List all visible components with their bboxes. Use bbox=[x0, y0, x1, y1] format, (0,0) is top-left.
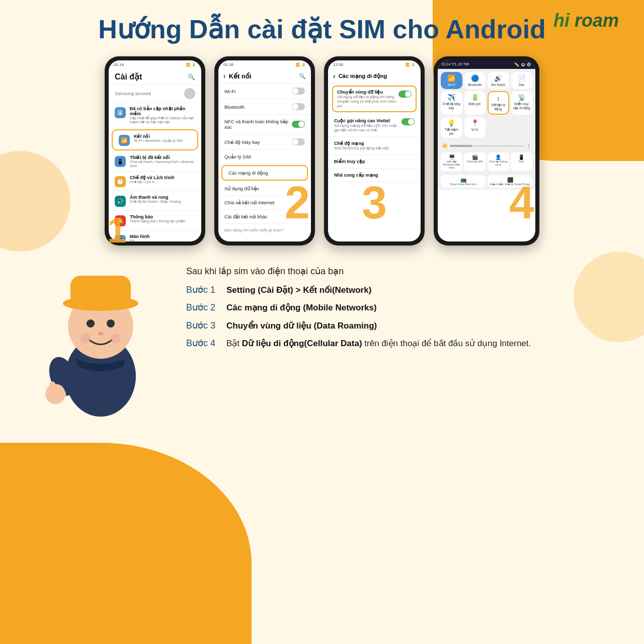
search-icon[interactable]: 🔍 bbox=[188, 73, 195, 80]
battery-quick-tile[interactable]: 🔋 Điên pin bbox=[464, 91, 486, 115]
phone-1: 01:14 📶🔋 Cài đặt 🔍 Samsung account ⬇️ bbox=[105, 56, 205, 246]
share-label: Chia sẻ Không có ai bbox=[489, 160, 508, 166]
brightness-bar[interactable] bbox=[450, 145, 524, 147]
cuoc-goi-item[interactable]: Cuộc gọi nâng cao Viettel Sử dụng mạng d… bbox=[328, 114, 421, 137]
step-row-4: Bước 4 Bật Dữ liệu di động(Cellular Data… bbox=[186, 337, 614, 350]
chuyen-vung-sub: Sử dụng dữ liệu di động khi đang chuyển … bbox=[337, 95, 398, 108]
thiet-bi-item[interactable]: 📱 Thiết bị đã kết nối Chia sẻ nhanh • Sa… bbox=[109, 151, 201, 172]
step-3-content: Chuyển vùng dữ liệu (Data Roaming) bbox=[226, 320, 614, 332]
che-do-icon: 🕐 bbox=[115, 176, 126, 187]
phones-row: 01:14 📶🔋 Cài đặt 🔍 Samsung account ⬇️ bbox=[20, 56, 624, 246]
hotspot-quick-tile[interactable]: 📡 Điểm truy cập di động bbox=[511, 91, 533, 115]
more-icon[interactable]: ⋮ bbox=[526, 143, 531, 148]
cuoc-goi-title: Cuộc gọi nâng cao Viettel bbox=[334, 118, 401, 123]
chia-se-ket-noi-label: Chia sẻ kết nối internet bbox=[224, 200, 274, 205]
phone-1-time: 01:14 bbox=[114, 62, 124, 67]
cac-mang-screen-title: Các mạng di động bbox=[339, 73, 387, 79]
airplane-item[interactable]: Chế độ Máy bay bbox=[218, 134, 311, 150]
bluetooth-quick-icon: 🔵 bbox=[466, 74, 485, 82]
software-title: Đã có bản cập nhật phần mềm bbox=[130, 106, 195, 116]
man-hinh-text: Màn hình Độ... bbox=[130, 234, 195, 242]
ket-noi-screen-title: Kết nối bbox=[229, 72, 252, 80]
dex-icon: 📱 bbox=[512, 154, 531, 160]
ket-noi-icon: 📶 bbox=[119, 135, 130, 146]
doc-quick-tile[interactable]: 📄 Doc bbox=[511, 72, 533, 89]
wifi-quick-tile[interactable]: 📶 Wi-Fi bbox=[441, 72, 462, 89]
nha-cung-cap-title: Nhà cung cấp mạng bbox=[334, 173, 415, 178]
airplane-label: Chế độ Máy bay bbox=[224, 139, 260, 145]
screen-record-tile[interactable]: 🎬 Trình ghi MH bbox=[464, 152, 486, 171]
quick-bottom-tiles: 🖥️ Liên kết Windows Màn hình 🎬 Trình ghi… bbox=[438, 150, 535, 173]
bluetooth-item[interactable]: Bluetooth bbox=[218, 99, 311, 115]
phone-2-time: 01:16 bbox=[223, 62, 233, 67]
step-1-label: Bước 1 bbox=[186, 284, 226, 296]
quan-ly-sim-label: Quản lý SIM bbox=[224, 154, 251, 159]
am-thanh-title: Âm thanh và rung bbox=[130, 195, 195, 200]
cuoc-goi-row: Cuộc gọi nâng cao Viettel Sử dụng mạng d… bbox=[334, 118, 415, 132]
step-3-number: 3 bbox=[362, 180, 387, 225]
ket-noi-item[interactable]: 📶 Kết nối Wi-Fi • Bluetooth • Quản lý SI… bbox=[112, 129, 198, 150]
man-hinh-title: Màn hình bbox=[130, 234, 195, 239]
sound-quick-tile[interactable]: 🔊 Âm thanh bbox=[488, 72, 509, 89]
windows-link-tile[interactable]: 🖥️ Liên kết Windows Màn hình bbox=[441, 152, 462, 171]
steps-area: Sau khi lắp sim vào điện thoại của bạn B… bbox=[186, 261, 614, 355]
brand-hi: hi bbox=[553, 10, 570, 31]
quick-status-icons: ✏️ ⏻ ⚙️ bbox=[514, 62, 531, 67]
thiet-bi-title: Thiết bị đã kết nối bbox=[130, 155, 195, 160]
phone-4: 01:14 T.5, 20 Th6 ✏️ ⏻ ⚙️ 📶 Wi-Fi 🔵 bbox=[434, 56, 539, 246]
windows-link-label: Liên kết Windows Màn hình bbox=[443, 160, 460, 169]
phone-1-status: 01:14 📶🔋 bbox=[109, 60, 201, 69]
step-1-content: Setting (Cài Đặt) > Kết nối(Network) bbox=[226, 284, 614, 296]
dex-tile[interactable]: 📱 DeX bbox=[511, 152, 532, 171]
quick-status-bar: 01:14 T.5, 20 Th6 ✏️ ⏻ ⚙️ bbox=[438, 60, 535, 69]
software-update-item[interactable]: ⬇️ Đã có bản cập nhật phần mềm Cập nhật … bbox=[109, 103, 201, 128]
diem-truy-cap-item[interactable]: Điểm truy cập bbox=[328, 155, 421, 169]
che-do-item[interactable]: 🕐 Chế độ và Lịch trình Chế độ • Lịch tr.… bbox=[109, 172, 201, 191]
svg-rect-3 bbox=[70, 276, 131, 306]
am-thanh-subtitle: Chế độ âm thanh • Nhạc chuông bbox=[130, 200, 195, 204]
location-quick-tile[interactable]: 📍 Vị trí bbox=[464, 117, 486, 138]
nfc-item[interactable]: NFC và thanh toán không tiếp xúc bbox=[218, 115, 311, 134]
save-battery-quick-tile[interactable]: 💡 Tiết kiệm pin bbox=[441, 117, 462, 138]
che-do-mang-sub: 5G/LTE/3G/2G (tự động kết nối) bbox=[334, 146, 415, 150]
brightness-icon: ☀️ bbox=[442, 143, 448, 148]
cac-mang-label: Các mạng di động bbox=[228, 170, 268, 176]
smart-view-tile[interactable]: 📺 Smart View Màn hình bbox=[441, 175, 486, 188]
che-do-mang-item[interactable]: Chế độ mạng 5G/LTE/3G/2G (tự động kết nố… bbox=[328, 137, 421, 155]
battery-quick-icon: 🔋 bbox=[466, 94, 485, 101]
bluetooth-label: Bluetooth bbox=[224, 104, 245, 110]
phone-3-time: 12:30 bbox=[333, 62, 343, 67]
chuyen-vung-toggle[interactable] bbox=[398, 91, 412, 98]
am-thanh-icon: 🔊 bbox=[115, 196, 126, 207]
quan-ly-sim-item[interactable]: Quản lý SIM bbox=[218, 150, 311, 164]
svg-rect-13 bbox=[55, 390, 60, 398]
ket-noi-header: ‹ Kết nối 🔍 bbox=[218, 69, 311, 84]
am-thanh-item[interactable]: 🔊 Âm thanh và rung Chế độ âm thanh • Nhạ… bbox=[109, 191, 201, 211]
chuyen-vung-item[interactable]: Chuyển vùng dữ liệu Sử dụng dữ liệu di đ… bbox=[332, 86, 417, 112]
svg-point-7 bbox=[80, 334, 91, 344]
settings-header: Cài đặt 🔍 bbox=[109, 69, 201, 85]
windows-link-icon: 🖥️ bbox=[442, 154, 461, 160]
airplane-quick-label: Chế độ Máy bay bbox=[442, 102, 460, 110]
share-tile[interactable]: 👤 Chia sẻ Không có ai bbox=[488, 152, 509, 171]
thiet-bi-subtitle: Chia sẻ nhanh • Samsung DeX • Android Au… bbox=[130, 160, 195, 168]
cuoc-goi-toggle[interactable] bbox=[401, 118, 415, 125]
hotspot-quick-icon: 📡 bbox=[513, 94, 531, 101]
samsung-account-row[interactable]: Samsung account bbox=[109, 85, 201, 103]
search-icon-2[interactable]: 🔍 bbox=[299, 73, 306, 79]
airplane-toggle[interactable] bbox=[292, 138, 305, 145]
nfc-label: NFC và thanh toán không tiếp xúc bbox=[224, 119, 290, 130]
bluetooth-toggle[interactable] bbox=[292, 103, 305, 110]
back-arrow-icon[interactable]: ‹ bbox=[223, 72, 226, 80]
airplane-quick-tile[interactable]: ✈️ Chế độ Máy bay bbox=[441, 91, 462, 115]
wifi-toggle[interactable] bbox=[292, 88, 305, 95]
svg-point-6 bbox=[98, 332, 104, 336]
thong-bao-text: Thông báo Thanh trạng thái • Không làm p… bbox=[130, 214, 195, 223]
step-row-1: Bước 1 Setting (Cài Đặt) > Kết nối(Netwo… bbox=[186, 284, 614, 296]
nfc-toggle[interactable] bbox=[292, 121, 305, 128]
sound-quick-label: Âm thanh bbox=[491, 83, 505, 87]
bluetooth-quick-tile[interactable]: 🔵 Bluetooth bbox=[464, 72, 486, 89]
mobile-data-quick-tile[interactable]: ↕️ Dữ liệu di động bbox=[488, 91, 509, 115]
back-arrow-3[interactable]: ‹ bbox=[333, 72, 336, 80]
wifi-item[interactable]: Wi-Fi bbox=[218, 84, 311, 99]
